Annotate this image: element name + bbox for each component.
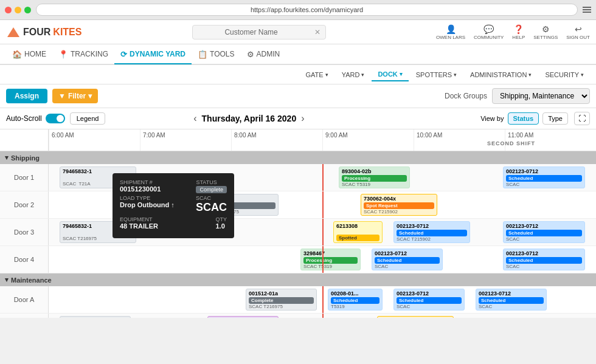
tooltip-equipment-value: 48 TRAILER [120,222,158,230]
list-item[interactable]: 001568472 Pull Request SCAC T215902 [207,316,279,318]
shipping-collapse-icon: ▾ [5,154,9,162]
subnav-yard[interactable]: YARD ▾ [336,69,371,81]
search-clear-icon[interactable]: ✕ [314,28,321,36]
header-help[interactable]: ❓ HELP [512,24,525,40]
yard-dropdown-icon: ▾ [361,72,364,78]
view-status-button[interactable]: Status [508,112,539,125]
tooltip-load-type-label: Load Type [120,195,175,201]
door-4-content: 3298467 Processing SCAC T5319 002123-071… [49,246,596,273]
subnav-gate[interactable]: GATE ▾ [300,69,334,81]
list-item[interactable]: 00208-01... Scheduled T5319 [328,289,383,311]
list-item[interactable]: 6213308 Spotted [333,221,383,243]
browser-menu-icon[interactable] [583,7,591,13]
section-shipping[interactable]: ▾ Shipping [0,151,596,164]
close-dot[interactable] [5,7,12,13]
gantt-header: 6:00 AM 7:00 AM 8:00 AM 9:00 AM 10:00 AM… [0,129,596,151]
list-item[interactable]: 002123-0712 Scheduled SCAC [393,289,465,311]
nav-admin[interactable]: ⚙ ADMIN [241,45,286,64]
address-bar[interactable]: https://app.fourkites.com/dynamicyard [36,4,578,16]
list-item[interactable]: 001512-01a Complete SCAC T216975 [246,289,317,311]
list-item[interactable]: 002123-0712 Scheduled SCAC [372,249,443,270]
status-badge: Scheduled [397,230,467,236]
logo-text-kites: KITES [53,27,81,38]
auto-scroll-control: Auto-Scroll [6,114,65,123]
maximize-dot[interactable] [24,7,31,13]
status-badge: Processing [342,175,407,182]
section-maintenance-label: Maintenance [11,276,52,284]
list-item[interactable]: 002123-0712 Scheduled SCAC [503,167,585,188]
settings-label: SETTINGS [533,35,558,40]
fourkites-logo-icon [6,26,21,38]
list-item[interactable]: 730062-004x Spot Request SCAC T215902 [361,194,437,216]
table-row: Door 3 79465832-1 SCAC T216975 6213308 S… [0,219,596,246]
list-item[interactable]: 002123-0712 Scheduled SCAC [503,221,585,243]
list-item[interactable]: 893004-02b Processing SCAC T5319 [339,167,410,188]
assign-button[interactable]: Assign [6,89,47,103]
table-row: Door 2 00151561... T216975 Complete 0015… [0,191,596,219]
app-header: FOURKITES Customer Name ✕ 👤 OWEN LARS 💬 … [0,20,596,44]
gantt-container: 6:00 AM 7:00 AM 8:00 AM 9:00 AM 10:00 AM… [0,129,596,318]
legend-button[interactable]: Legend [70,112,106,125]
now-line [322,164,324,191]
nav-home[interactable]: 🏠 HOME [6,45,52,64]
header-signout[interactable]: ↩ SIGN OUT [566,24,590,40]
status-badge: Scheduled [506,230,582,236]
status-badge: Scheduled [397,297,462,304]
search-bar[interactable]: Customer Name ✕ [192,25,326,39]
tooltip-status-value: Complete [196,186,227,193]
status-badge: Scheduled [375,257,440,264]
toggle-knob [57,115,64,122]
tracking-icon: 📍 [58,50,68,59]
header-community[interactable]: 💬 COMMUNITY [474,24,504,40]
toolbar: Assign ▼ Filter ▾ Dock Groups Shipping, … [0,84,596,108]
subnav-spotters[interactable]: SPOTTERS ▾ [410,69,463,81]
next-date-button[interactable]: › [301,113,304,124]
list-item[interactable]: 002123-0712 Scheduled SCAC [503,249,585,270]
section-maintenance[interactable]: ▾ Maintenance [0,273,596,286]
shipment-tooltip: Shipment # 00151230001 Status Complete L… [113,173,234,238]
door-4-label: Door 4 [0,246,49,273]
subnav-dock[interactable]: DOCK ▾ [372,68,408,81]
dock-groups-select[interactable]: Shipping, Maintenance [492,88,590,104]
minimize-dot[interactable] [15,7,21,13]
list-item[interactable]: 676023-007 Complete SCAC T216975 [60,316,131,318]
logo[interactable]: FOURKITES [6,26,81,38]
door-a-label: Door A [0,286,49,313]
nav-dynamic-yard[interactable]: ⟳ DYNAMIC YARD [114,45,192,64]
nav-tools[interactable]: 📋 TOOLS [192,45,240,64]
now-line-d4 [322,246,324,273]
list-item[interactable]: 730062-004x Spot Request SCAC T215902 [377,316,454,318]
now-line-da [322,286,324,313]
tooltip-qty-label: QTY [215,216,227,222]
logo-text-four: FOUR [23,27,50,38]
table-row: Door 1 79465832-1 SCAC T21A 893004-02b P… [0,164,596,191]
dynamic-yard-icon: ⟳ [120,50,127,59]
table-row: Door B 676023-007 Complete SCAC T216975 … [0,314,596,318]
nav-tools-label: TOOLS [210,50,234,58]
status-badge: Scheduled [479,297,544,304]
header-owen-lars[interactable]: 👤 OWEN LARS [436,24,465,40]
time-slot-6am: 6:00 AM [49,129,140,151]
view-type-button[interactable]: Type [542,112,568,125]
prev-date-button[interactable]: ‹ [193,113,196,124]
list-item[interactable]: 002123-0712 Scheduled SCAC T215902 [393,221,470,243]
subnav-administration[interactable]: ADMINISTRATION ▾ [464,69,538,81]
status-badge: Scheduled [331,297,379,304]
table-row: Door A 001512-01a Complete SCAC T216975 … [0,286,596,314]
status-badge: Processing [303,257,358,264]
time-slot-8am: 8:00 AM [231,129,322,151]
expand-button[interactable]: ⛶ [574,112,590,125]
filter-button[interactable]: ▼ Filter ▾ [52,89,98,103]
dock-groups-label: Dock Groups [445,92,487,100]
list-item[interactable]: 002123-0712 Scheduled SCAC [476,289,547,311]
status-badge: Complete [249,297,314,304]
auto-scroll-label: Auto-Scroll [6,114,42,123]
tooltip-status-label: Status [196,179,227,185]
auto-scroll-toggle[interactable] [46,114,65,123]
time-slot-7am: 7:00 AM [140,129,231,151]
nav-tracking[interactable]: 📍 TRACKING [52,45,114,64]
header-settings[interactable]: ⚙ SETTINGS [533,24,558,40]
view-by-control: View by Status Type ⛶ [480,112,590,125]
subnav-security[interactable]: SECURITY ▾ [539,69,590,81]
list-item[interactable]: 3298467 Processing SCAC T5319 [300,249,361,270]
